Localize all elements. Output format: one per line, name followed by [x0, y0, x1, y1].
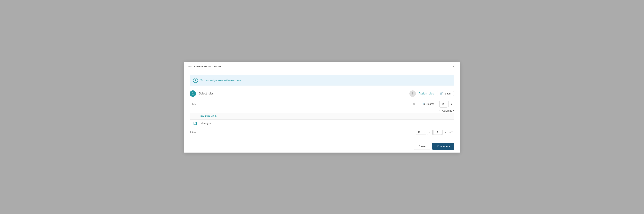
step1-circle: 1: [190, 90, 196, 97]
search-button-label: Search: [426, 103, 434, 106]
cart-badge: 🛒 1 item: [437, 91, 454, 96]
roles-table: ROLE NAME ⇅ ✓ Manager: [190, 113, 454, 127]
row-checkbox[interactable]: ✓: [194, 122, 197, 125]
steps-row: 1 Select roles 2 Assign roles 🛒 1 item: [190, 90, 454, 97]
checkmark-icon: ✓: [194, 122, 196, 124]
modal-footer: Close Continue ›: [184, 140, 460, 153]
columns-button[interactable]: 👁 Columns ▾: [439, 109, 454, 112]
modal-body: i You can assign roles to the user here …: [184, 71, 460, 140]
columns-button-label: Columns: [442, 109, 452, 112]
search-button[interactable]: 🔍 Search: [419, 101, 438, 107]
close-icon[interactable]: ×: [452, 64, 456, 69]
role-name-cell: Manager: [200, 122, 454, 125]
chevron-down-icon: ▾: [451, 103, 452, 106]
search-magnifier-icon: 🔍: [422, 103, 426, 106]
search-input[interactable]: [190, 101, 417, 107]
items-count: 1 item: [190, 131, 196, 134]
cart-count: 1 item: [444, 92, 451, 95]
step2-label: Assign roles: [418, 92, 434, 95]
continue-button[interactable]: Continue ›: [432, 143, 454, 150]
eye-icon: 👁: [439, 109, 441, 112]
table-header-row: ROLE NAME ⇅: [190, 113, 454, 119]
clear-icon[interactable]: ✕: [413, 103, 415, 106]
table-row: ✓ Manager: [190, 119, 454, 127]
continue-chevron-icon: ›: [449, 145, 450, 148]
search-row: ✕ 🔍 Search ↺ ▾: [190, 101, 454, 107]
step1-label: Select roles: [199, 92, 214, 95]
info-text: You can assign roles to the user here: [200, 79, 241, 82]
refresh-button[interactable]: ↺: [440, 101, 447, 107]
columns-chevron-icon: ▾: [453, 109, 454, 112]
modal-container: ADD A ROLE TO AN IDENTITY × i You can as…: [184, 62, 460, 153]
table-controls: 👁 Columns ▾: [190, 109, 454, 112]
modal-header: ADD A ROLE TO AN IDENTITY ×: [184, 62, 460, 71]
info-banner: i You can assign roles to the user here: [190, 75, 454, 86]
refresh-icon: ↺: [442, 103, 444, 106]
row-checkbox-cell: ✓: [190, 122, 200, 125]
of-text: of 1: [450, 131, 454, 134]
pagination-controls: 10 25 50 100 ‹ › of 1: [416, 130, 454, 135]
page-size-select[interactable]: 10 25 50 100: [416, 130, 426, 135]
modal-overlay: ADD A ROLE TO AN IDENTITY × i You can as…: [0, 0, 644, 214]
prev-page-button[interactable]: ‹: [427, 130, 432, 135]
search-input-wrap: ✕: [190, 101, 417, 107]
info-icon: i: [193, 78, 198, 83]
steps-right: 2 Assign roles 🛒 1 item: [410, 90, 454, 97]
modal-title: ADD A ROLE TO AN IDENTITY: [188, 65, 223, 68]
pagination-row: 1 item 10 25 50 100 ‹ › of 1: [190, 127, 454, 136]
page-number-input[interactable]: [433, 130, 442, 135]
continue-label: Continue: [437, 145, 448, 148]
cart-icon: 🛒: [440, 92, 443, 95]
role-name-column-header[interactable]: ROLE NAME ⇅: [200, 115, 217, 117]
steps-left: 1 Select roles: [190, 90, 214, 97]
dropdown-chevron-button[interactable]: ▾: [448, 101, 454, 107]
close-button[interactable]: Close: [414, 143, 430, 150]
sort-icon: ⇅: [215, 115, 216, 117]
next-page-button[interactable]: ›: [442, 130, 448, 135]
step2-circle: 2: [410, 90, 416, 97]
role-name-header-label: ROLE NAME: [200, 115, 214, 117]
